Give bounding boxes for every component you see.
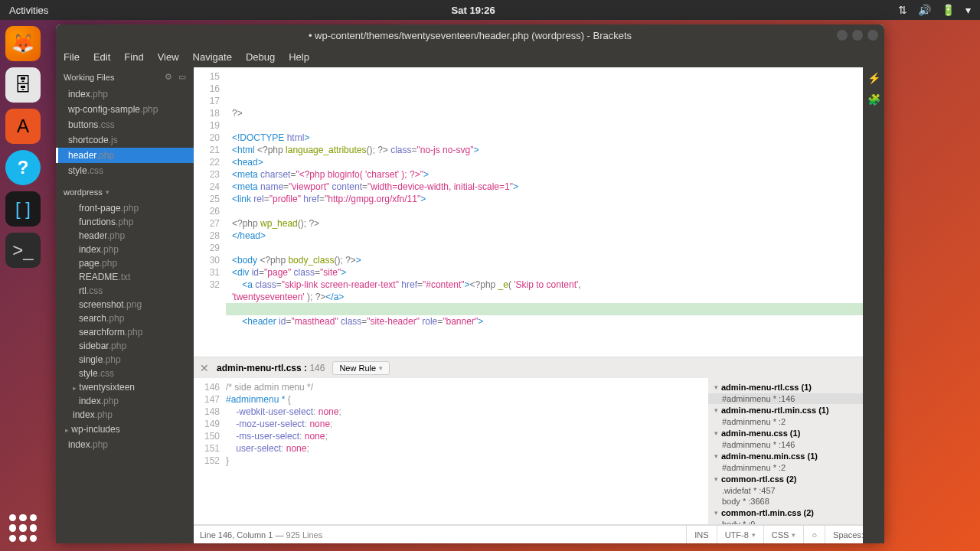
dock-firefox[interactable]: 🦊: [5, 26, 41, 61]
status-lint[interactable]: ○: [803, 526, 825, 544]
menu-debug[interactable]: Debug: [246, 51, 275, 63]
tree-item[interactable]: single.php: [56, 353, 194, 367]
working-files-header[interactable]: Working Files ⚙▭: [56, 67, 194, 86]
css-result[interactable]: #adminmenu * :2: [708, 416, 884, 427]
status-encoding[interactable]: UTF-8 ▾: [717, 526, 763, 544]
working-file[interactable]: style.css: [56, 163, 194, 178]
split-icon[interactable]: ▭: [178, 72, 186, 82]
dock-help[interactable]: ?: [5, 150, 41, 185]
menu-help[interactable]: Help: [289, 51, 309, 63]
dock-software[interactable]: A: [5, 109, 41, 144]
chevron-down-icon: ▾: [379, 364, 383, 372]
tree-item[interactable]: search.php: [56, 311, 194, 325]
sidebar: Working Files ⚙▭ index.phpwp-config-samp…: [56, 67, 194, 543]
css-result[interactable]: #adminmenu * :146: [708, 393, 884, 404]
dock: 🦊 🗄 A ? [ ] >_: [0, 20, 46, 551]
menu-file[interactable]: File: [64, 51, 80, 63]
dock-apps-grid[interactable]: [9, 514, 37, 542]
tree-item[interactable]: functions.php: [56, 215, 194, 229]
menu-view[interactable]: View: [158, 51, 179, 63]
tree-item[interactable]: style.css: [56, 367, 194, 380]
tree-item[interactable]: index.php: [56, 437, 194, 452]
extensions-icon[interactable]: 🧩: [863, 89, 884, 110]
activities-button[interactable]: Activities: [9, 5, 48, 16]
code-editor[interactable]: ?> <!DOCTYPE html><html <?php language_a…: [226, 67, 884, 357]
tree-item[interactable]: rtl.css: [56, 284, 194, 298]
menu-find[interactable]: Find: [124, 51, 143, 63]
tree-item[interactable]: front-page.php: [56, 201, 194, 215]
project-dropdown[interactable]: wordpress▾: [56, 183, 194, 201]
gear-icon[interactable]: ⚙: [165, 72, 172, 82]
css-result[interactable]: .widefat * :457: [708, 485, 884, 496]
menu-edit[interactable]: Edit: [93, 51, 110, 63]
chevron-down-icon: ▾: [106, 188, 109, 196]
tree-item[interactable]: index.php: [56, 408, 194, 422]
css-result[interactable]: #adminmenu * :2: [708, 462, 884, 473]
css-result[interactable]: body * :9: [708, 519, 884, 524]
new-rule-button[interactable]: New Rule▾: [332, 361, 390, 375]
dock-terminal[interactable]: >_: [5, 233, 41, 268]
working-file[interactable]: wp-config-sample.php: [56, 102, 194, 117]
tree-item[interactable]: README.txt: [56, 270, 194, 284]
quick-gutter: 146147148149150151152: [194, 378, 226, 524]
css-result[interactable]: ▾ admin-menu-rtl.css (1): [708, 381, 884, 393]
statusbar: Line 146, Column 1 — 925 Lines INS UTF-8…: [194, 525, 884, 543]
css-result[interactable]: ▾ common-rtl.min.css (2): [708, 507, 884, 519]
minimize-button[interactable]: [837, 30, 848, 41]
working-file[interactable]: buttons.css: [56, 117, 194, 132]
dock-brackets[interactable]: [ ]: [5, 191, 41, 227]
tree-folder[interactable]: ▸ wp-includes: [56, 422, 194, 437]
css-result[interactable]: ▾ admin-menu.min.css (1): [708, 450, 884, 462]
network-icon[interactable]: ⇅: [898, 4, 907, 16]
tree-item[interactable]: index.php: [56, 394, 194, 408]
gnome-topbar: Activities Sat 19:26 ⇅ 🔊 🔋 ▾: [0, 0, 980, 20]
close-icon[interactable]: ✕: [200, 362, 209, 374]
brackets-window: • wp-content/themes/twentyseventeen/head…: [56, 24, 884, 543]
close-button[interactable]: [867, 30, 878, 41]
css-result[interactable]: ▾ admin-menu-rtl.min.css (1): [708, 404, 884, 416]
clock[interactable]: Sat 19:26: [452, 5, 495, 16]
window-title: • wp-content/themes/twentyseventeen/head…: [309, 30, 632, 41]
volume-icon[interactable]: 🔊: [918, 4, 931, 16]
titlebar: • wp-content/themes/twentyseventeen/head…: [56, 24, 884, 46]
tree-item[interactable]: sidebar.php: [56, 339, 194, 353]
quick-edit-bar: ✕ admin-menu-rtl.css : 146 New Rule▾: [194, 357, 884, 378]
menu-navigate[interactable]: Navigate: [193, 51, 232, 63]
css-results-panel: ▾ admin-menu-rtl.css (1)#adminmenu * :14…: [708, 378, 884, 524]
status-ins[interactable]: INS: [686, 526, 716, 544]
tree-item[interactable]: screenshot.png: [56, 298, 194, 311]
css-result[interactable]: ▾ common-rtl.css (2): [708, 473, 884, 485]
working-file[interactable]: index.php: [56, 86, 194, 102]
tree-folder[interactable]: ▸ twentysixteen: [56, 380, 194, 394]
tree-item[interactable]: header.php: [56, 229, 194, 243]
maximize-button[interactable]: [852, 30, 863, 41]
right-toolbar: ⚡ 🧩: [863, 67, 884, 543]
dock-files[interactable]: 🗄: [5, 67, 41, 103]
working-file[interactable]: header.php: [56, 148, 194, 163]
battery-icon[interactable]: 🔋: [942, 4, 955, 16]
css-result[interactable]: body * :3668: [708, 496, 884, 507]
working-file[interactable]: shortcode.js: [56, 132, 194, 148]
tree-item[interactable]: index.php: [56, 243, 194, 256]
power-icon[interactable]: ▾: [965, 4, 971, 16]
live-preview-icon[interactable]: ⚡: [863, 67, 884, 89]
css-result[interactable]: ▾ admin-menu.css (1): [708, 427, 884, 439]
status-language[interactable]: CSS ▾: [763, 526, 804, 544]
tree-item[interactable]: page.php: [56, 256, 194, 270]
quick-code-editor[interactable]: /* side admin menu */#adminmenu * { -web…: [226, 378, 708, 524]
menubar: FileEditFindViewNavigateDebugHelp: [56, 46, 884, 67]
tree-item[interactable]: searchform.php: [56, 325, 194, 339]
css-result[interactable]: #adminmenu * :146: [708, 439, 884, 450]
line-gutter: 151617181920212223242526272829303132: [194, 67, 226, 357]
